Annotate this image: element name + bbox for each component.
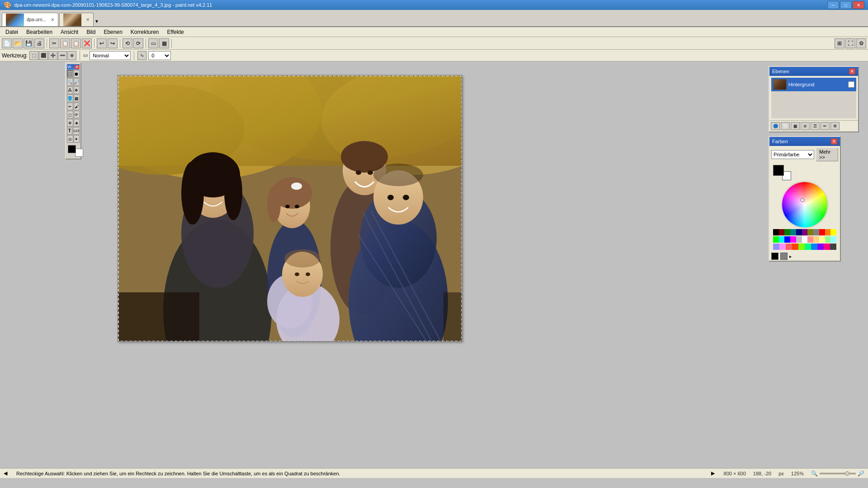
tool-text[interactable]: T xyxy=(67,127,72,135)
fg-color-indicator[interactable] xyxy=(771,253,778,260)
toolbox-close[interactable]: ✕ xyxy=(75,65,80,69)
tool-zoom[interactable]: 🔍 xyxy=(67,78,73,86)
color-chip[interactable] xyxy=(784,236,790,243)
print-button[interactable]: 🖨 xyxy=(34,38,44,48)
color-chip[interactable] xyxy=(830,244,836,250)
tool-move[interactable]: ✥ xyxy=(74,86,80,94)
deselect-button[interactable]: ⟲ xyxy=(123,38,132,48)
tab-photo2[interactable]: ✕ xyxy=(59,13,94,26)
zoom-in-button[interactable]: 🔎 xyxy=(858,470,864,477)
color-chip[interactable] xyxy=(784,229,790,235)
open-file-button[interactable]: 📂 xyxy=(13,38,23,48)
save-file-button[interactable]: 💾 xyxy=(24,38,33,48)
tool-color-pick[interactable]: ✦ xyxy=(74,135,80,143)
tab-close-2[interactable]: ✕ xyxy=(86,17,90,22)
farben-mehr-button[interactable]: Mehr >> xyxy=(816,148,838,161)
tool-magic-wand[interactable]: ⁂ xyxy=(67,86,73,94)
menu-ansicht[interactable]: Ansicht xyxy=(57,28,82,36)
menu-effekte[interactable]: Effekte xyxy=(164,28,188,36)
layer-btn-7[interactable]: ⚙ xyxy=(830,122,840,130)
layer-btn-4[interactable]: ⊘ xyxy=(801,122,810,130)
settings-button[interactable]: ⚙ xyxy=(856,38,866,48)
blend-mode-select[interactable]: Normal Multiplizieren Überlagern xyxy=(90,51,131,60)
color-chip[interactable] xyxy=(796,229,802,235)
tool-shapes[interactable]: ◎ xyxy=(67,135,73,143)
color-chip[interactable] xyxy=(779,244,786,250)
maximize-button[interactable]: □ xyxy=(840,1,852,9)
canvas-scroll-area[interactable] xyxy=(0,61,868,478)
sel-mode-5[interactable]: ⊕ xyxy=(67,51,76,60)
color-chip[interactable] xyxy=(811,244,817,250)
zoom-out-button[interactable]: 🔍 xyxy=(811,470,818,477)
menu-datei[interactable]: Datei xyxy=(2,28,22,36)
layer-visible-background[interactable]: ✓ xyxy=(848,81,854,88)
new-file-button[interactable]: 📄 xyxy=(2,38,12,48)
image-canvas[interactable] xyxy=(118,75,462,342)
tab-scroll-right[interactable]: ▾ xyxy=(95,18,98,26)
color-chip[interactable] xyxy=(830,229,836,235)
color-chip[interactable] xyxy=(790,236,796,243)
color-chip[interactable] xyxy=(779,229,785,235)
cut-button[interactable]: ✂ xyxy=(49,38,59,48)
tab-close-1[interactable]: ✕ xyxy=(51,17,54,22)
antialiasing-btn[interactable]: ∿ xyxy=(137,51,146,60)
close-window-button[interactable]: ✕ xyxy=(853,1,864,9)
scroll-right-button[interactable]: ▶ xyxy=(711,470,715,476)
copy-button[interactable]: 📋 xyxy=(60,38,70,48)
fullscreen-button[interactable]: ⛶ xyxy=(845,38,855,48)
tool-select-lasso[interactable]: ⬟ xyxy=(74,70,80,78)
color-chip[interactable] xyxy=(813,229,819,235)
zoom-slider[interactable] xyxy=(820,473,856,474)
tool-smudge[interactable]: ⟳ xyxy=(74,111,80,118)
sel-mode-2[interactable]: ⬛ xyxy=(39,51,48,60)
tool-zoom-out[interactable]: 🔎 xyxy=(74,78,80,86)
color-wheel-container[interactable] xyxy=(773,182,836,227)
color-chip[interactable] xyxy=(825,229,831,235)
minimize-button[interactable]: ─ xyxy=(827,1,839,9)
farben-close-button[interactable]: ✕ xyxy=(831,138,837,145)
color-chip[interactable] xyxy=(824,244,830,250)
menu-bild[interactable]: Bild xyxy=(83,28,99,36)
foreground-color-swatch[interactable] xyxy=(68,145,76,153)
color-chip[interactable] xyxy=(792,244,798,250)
color-chip[interactable] xyxy=(796,236,802,243)
menu-ebenen[interactable]: Ebenen xyxy=(100,28,126,36)
color-chip[interactable] xyxy=(819,236,825,243)
zoom-thumb[interactable] xyxy=(845,471,849,476)
redo-button[interactable]: ↪ xyxy=(108,38,118,48)
color-chip[interactable] xyxy=(802,236,808,243)
feather-select[interactable]: 0 1 2 xyxy=(148,51,171,60)
resize-button[interactable]: ▦ xyxy=(159,38,169,48)
color-chip[interactable] xyxy=(802,229,808,235)
color-chip[interactable] xyxy=(786,244,792,250)
invert-select-button[interactable]: ⟳ xyxy=(133,38,143,48)
layer-item-background[interactable]: Hintergrund ✓ xyxy=(771,78,856,91)
delete-button[interactable]: ❌ xyxy=(82,38,92,48)
tool-pencil[interactable]: ✏ xyxy=(67,103,73,110)
tool-eraser[interactable]: ◻ xyxy=(67,111,73,118)
farben-mode-select[interactable]: Primärfarbe Sekundärfarbe xyxy=(771,150,814,159)
ebenen-close-button[interactable]: ✕ xyxy=(849,68,855,75)
color-chip[interactable] xyxy=(798,244,805,250)
tool-sharpen[interactable]: ◈ xyxy=(74,119,80,127)
tool-select-rect[interactable]: ⬚ xyxy=(67,70,73,78)
undo-button[interactable]: ↩ xyxy=(97,38,107,48)
layer-btn-6[interactable]: ✏ xyxy=(821,122,830,130)
color-chip[interactable] xyxy=(817,244,824,250)
color-chip[interactable] xyxy=(773,236,779,243)
color-chip[interactable] xyxy=(790,229,796,235)
view-mode-button[interactable]: ⊞ xyxy=(835,38,844,48)
sel-mode-3[interactable]: ➕ xyxy=(48,51,57,60)
menu-bearbeiten[interactable]: Bearbeiten xyxy=(23,28,56,36)
color-chip[interactable] xyxy=(805,244,811,250)
tool-paint-bucket[interactable]: 🪣 xyxy=(67,94,73,102)
layer-btn-2[interactable]: ⬜ xyxy=(781,122,790,130)
color-chip[interactable] xyxy=(779,236,785,243)
color-chip[interactable] xyxy=(813,236,819,243)
scroll-left-button[interactable]: ◀ xyxy=(4,470,7,476)
color-chip[interactable] xyxy=(773,229,779,235)
paste-button[interactable]: 📋 xyxy=(71,38,81,48)
color-chip[interactable] xyxy=(825,236,831,243)
bg-color-indicator[interactable] xyxy=(780,253,788,260)
sel-mode-1[interactable]: ⬚ xyxy=(29,51,38,60)
